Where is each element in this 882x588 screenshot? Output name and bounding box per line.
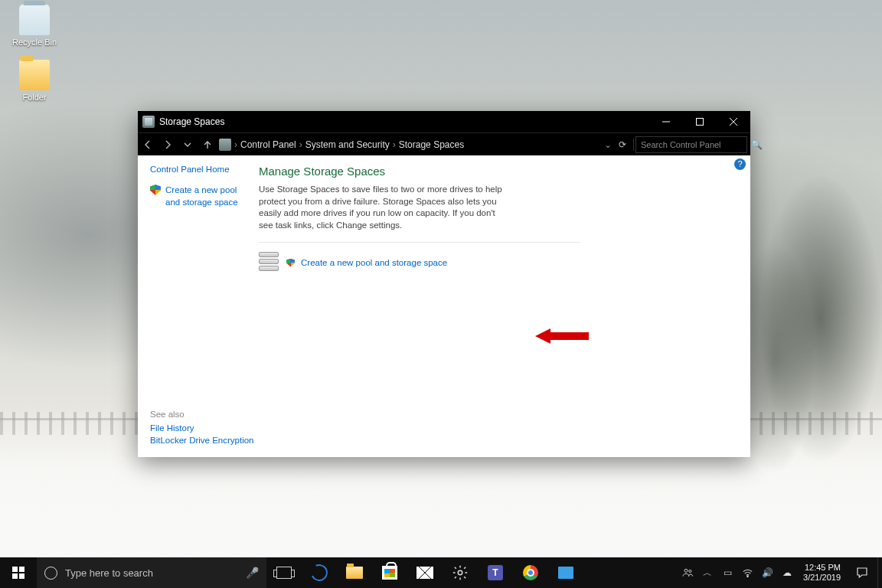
tray-people[interactable] [678,557,697,588]
taskbar-search[interactable]: Type here to search 🎤 [37,557,266,588]
svg-point-4 [689,570,691,572]
address-bar: › Control Panel › System and Security › … [138,132,750,155]
mail-icon [416,567,433,579]
storage-spaces-window: Storage Spaces › Control Panel › System … [138,111,750,457]
tray-time: 12:45 PM [803,563,841,573]
taskbar: Type here to search 🎤 T ︿ ▭ 🔊 ☁ 12:45 PM… [0,557,882,588]
maximize-button[interactable] [683,111,717,132]
shield-icon [286,259,295,267]
recycle-bin-icon [19,5,50,35]
desktop-icon-label: Recycle Bin [6,38,63,47]
svg-point-3 [684,569,688,572]
start-button[interactable] [0,557,37,588]
desktop-icon-folder[interactable]: Folder [6,60,63,102]
action-center-button[interactable] [847,557,877,588]
sidebar: Control Panel Home Create a new pool and… [138,155,254,457]
main-content: Manage Storage Spaces Use Storage Spaces… [254,155,750,457]
breadcrumb: › Control Panel › System and Security › … [234,139,603,150]
microsoft-store-icon [382,566,397,580]
edge-icon [309,562,330,583]
create-pool-action: Create a new pool and storage space [259,252,720,273]
nav-forward-button[interactable] [158,133,178,156]
create-pool-link[interactable]: Create a new pool and storage space [301,258,447,267]
tray-wifi-icon[interactable] [737,557,757,588]
page-heading: Manage Storage Spaces [259,165,720,178]
control-panel-home-link[interactable]: Control Panel Home [150,165,247,174]
minimize-button[interactable] [649,111,683,132]
see-also-link-file-history[interactable]: File History [150,423,257,433]
desktop-icon-recycle-bin[interactable]: Recycle Bin [6,5,63,47]
see-also-header: See also [150,410,257,419]
storage-pool-icon [259,252,280,273]
refresh-button[interactable]: ⟳ [613,139,632,150]
taskbar-search-placeholder: Type here to search [65,567,238,579]
cortana-icon [44,567,57,580]
page-description: Use Storage Spaces to save files to two … [259,184,511,231]
breadcrumb-item[interactable]: Control Panel [240,139,296,150]
app-icon [558,567,573,579]
storage-spaces-icon [142,116,155,128]
chevron-right-icon[interactable]: › [393,139,396,150]
tray-date: 3/21/2019 [803,573,841,583]
taskbar-app-settings[interactable] [443,557,478,588]
task-view-button[interactable] [266,557,302,588]
show-desktop-button[interactable] [877,557,882,588]
tray-volume-icon[interactable]: 🔊 [757,557,777,588]
see-also-link-bitlocker[interactable]: BitLocker Drive Encryption [150,436,257,445]
address-dropdown-button[interactable]: ⌄ [603,139,613,150]
teams-icon: T [488,565,503,580]
chevron-right-icon[interactable]: › [234,139,237,150]
shield-icon [150,185,161,195]
system-tray: ︿ ▭ 🔊 ☁ 12:45 PM 3/21/2019 [678,557,882,588]
taskbar-app-mail[interactable] [407,557,443,588]
breadcrumb-item[interactable]: System and Security [305,139,390,150]
file-explorer-icon [346,567,363,579]
search-icon[interactable]: 🔍 [751,139,763,150]
taskbar-app-teams[interactable]: T [478,557,513,588]
microphone-icon[interactable]: 🎤 [246,567,259,579]
windows-logo-icon [12,567,24,579]
window-body: ? Control Panel Home Create a new pool a… [138,155,750,457]
close-button[interactable] [717,111,750,132]
titlebar[interactable]: Storage Spaces [138,111,750,132]
breadcrumb-item[interactable]: Storage Spaces [399,139,464,150]
window-title: Storage Spaces [159,116,224,127]
divider [259,242,580,243]
search-input[interactable] [636,140,751,149]
tray-battery-icon[interactable]: ▭ [717,557,737,588]
sidebar-task-create-pool[interactable]: Create a new pool and storage space [150,185,247,208]
taskbar-app-explorer[interactable] [337,557,372,588]
breadcrumb-icon [219,139,231,151]
chrome-icon [523,565,538,580]
help-button[interactable]: ? [734,158,746,170]
svg-rect-0 [697,119,704,126]
tray-onedrive-icon[interactable]: ☁ [777,557,797,588]
taskbar-app-edge[interactable] [302,557,337,588]
search-box[interactable]: 🔍 [635,136,747,153]
chevron-right-icon[interactable]: › [299,139,302,150]
taskbar-app-generic[interactable] [548,557,583,588]
sidebar-task-label: Create a new pool and storage space [165,185,247,208]
taskbar-app-store[interactable] [372,557,407,588]
taskbar-app-chrome[interactable] [513,557,548,588]
nav-recent-button[interactable] [178,133,198,156]
task-view-icon [276,567,292,579]
nav-up-button[interactable] [198,133,217,156]
svg-point-2 [458,570,462,575]
tray-clock[interactable]: 12:45 PM 3/21/2019 [797,563,847,583]
folder-icon [19,60,50,90]
see-also-section: See also File History BitLocker Drive En… [150,410,257,448]
nav-back-button[interactable] [138,133,158,156]
wallpaper-trees [729,100,882,498]
desktop-icon-label: Folder [6,93,63,102]
tray-overflow-button[interactable]: ︿ [697,557,717,588]
svg-point-5 [746,576,747,577]
desktop: Recycle Bin Folder Storage Spaces › Cont… [0,0,882,588]
